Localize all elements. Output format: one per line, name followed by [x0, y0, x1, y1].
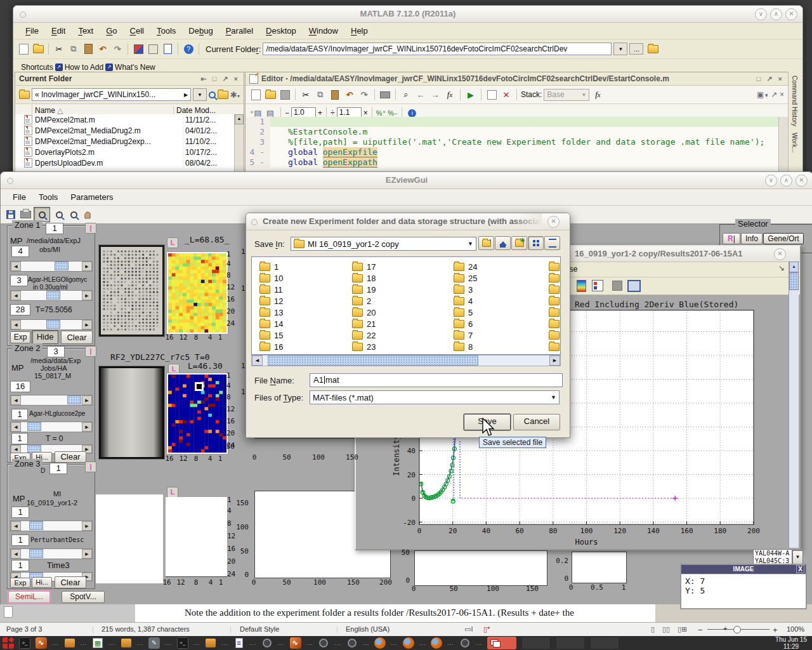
zone2-slider2[interactable]: ◀▶ [10, 421, 93, 432]
cancel-button[interactable]: Cancel [513, 414, 560, 430]
folder-item[interactable]: 20 [352, 307, 376, 318]
dialog-close-button[interactable]: ✕ [547, 216, 560, 228]
zone1-plate-image[interactable] [99, 245, 164, 336]
folder-item[interactable]: 8 [454, 341, 477, 352]
tab-workspace[interactable]: Work... [791, 133, 798, 152]
status-page[interactable]: Page 3 of 3 [6, 625, 42, 633]
taskbar-red-grid-icon[interactable] [3, 637, 14, 649]
folder-item[interactable]: 21 [352, 318, 376, 329]
selector-gene-ort-button[interactable]: Gene/Ort [763, 233, 804, 244]
zone2-field2[interactable]: 1 [11, 409, 28, 420]
taskbar-firefox-icon[interactable] [431, 637, 442, 649]
zone3-field1[interactable]: 1 [11, 507, 29, 518]
view-single-page-icon[interactable]: ▯ [651, 625, 655, 633]
ezview-titlebar[interactable]: EZviewGui ∨ ∧ ✕ [1, 172, 812, 189]
editor-copy-icon[interactable]: ⧉ [314, 88, 327, 101]
folder-item-clipped[interactable] [549, 318, 560, 329]
folder-item[interactable]: 18 [352, 272, 376, 284]
folder-item-clipped[interactable] [549, 272, 560, 284]
address-dropdown-icon[interactable]: ▼ [193, 88, 207, 101]
zone1-index-field[interactable]: 1 [46, 223, 63, 234]
results-dock-icon[interactable]: ↘ [778, 263, 785, 272]
folder-item[interactable]: 12 [259, 295, 283, 307]
folder-item[interactable]: 23 [352, 341, 376, 352]
editor-scrollbar[interactable] [778, 117, 788, 171]
tab-command-history[interactable]: Command History [791, 76, 798, 126]
popout-icon[interactable]: ↗ [222, 75, 230, 83]
editor-undock-icon[interactable]: □ [757, 75, 763, 83]
up-one-level-button[interactable]: ↑ [478, 236, 494, 250]
menu-item-text[interactable]: Text [72, 25, 99, 37]
file-row[interactable]: DoverlayPlots2.m10/17/2... [15, 147, 235, 157]
zone3-slider1[interactable]: ◀▶ [10, 521, 93, 531]
zoom-out-icon[interactable]: − [67, 208, 79, 221]
menu-item-cell[interactable]: Cell [124, 25, 150, 37]
heatmap3-l-button[interactable]: L [167, 487, 178, 498]
editor-new-icon[interactable] [249, 88, 262, 101]
editor-header[interactable]: Editor - /media/data/EASY/InovImager_jwr… [246, 72, 788, 86]
shortcut-how-to-add[interactable]: How to Add [65, 63, 103, 72]
folder-item[interactable]: 17 [352, 261, 376, 272]
file-name-input[interactable]: A1mat [310, 373, 563, 387]
selector-r-button[interactable]: R| [723, 233, 740, 244]
zone3-plate-image[interactable] [96, 494, 163, 583]
cell-insert-icon[interactable] [485, 88, 498, 101]
zone1-slider3[interactable]: ◀▶ [10, 319, 93, 330]
taskbar-terminal-icon[interactable]: >_ [177, 637, 188, 649]
hold-icon[interactable] [612, 281, 622, 291]
zoom-in-control[interactable]: + [773, 625, 778, 635]
semilog-button[interactable]: SemiL... [8, 591, 50, 603]
menu-item-parallel[interactable]: Parallel [220, 25, 259, 37]
folder-scrollbar[interactable]: ▲ [234, 114, 244, 171]
folder-item[interactable]: 4 [454, 295, 477, 307]
scroll-up-icon[interactable]: ▲ [235, 114, 244, 124]
actions-gear-icon[interactable]: ✱▾ [230, 90, 240, 100]
zone3-link-button[interactable]: | [85, 461, 96, 472]
divide-button[interactable]: ÷ [331, 109, 335, 117]
open-file-icon[interactable] [32, 43, 44, 55]
taskbar-circle-icon[interactable] [346, 637, 358, 649]
zone3-field3[interactable]: 1 [11, 560, 29, 571]
dialog-hscrollbar[interactable]: ◀ ▶ [251, 355, 561, 366]
folder-item[interactable]: 19 [352, 284, 376, 295]
heatmap1[interactable] [167, 252, 228, 334]
menu-item-go[interactable]: Go [100, 25, 122, 37]
menu-item-edit[interactable]: Edit [46, 25, 71, 37]
colormap-icon[interactable] [577, 280, 586, 292]
menu-item-parameters[interactable]: Parameters [65, 191, 119, 203]
zone1-field3[interactable]: 28 [10, 304, 30, 315]
comment-pct-minus-icon[interactable]: %₋ [388, 109, 398, 117]
dialog-titlebar[interactable]: Create new Experiment folder and data st… [246, 213, 570, 230]
decrease-button[interactable]: − [285, 109, 289, 117]
status-language[interactable]: English (USA) [346, 625, 390, 633]
name-column-header[interactable]: Name △ [32, 106, 63, 115]
times-button[interactable]: × [363, 109, 368, 117]
up-one-level-icon[interactable] [218, 91, 228, 99]
taskbar-circle-icon[interactable] [318, 637, 329, 649]
folder-item[interactable]: 13 [259, 307, 283, 318]
zone3-clear-button[interactable]: Clear [55, 576, 86, 588]
gene-list-dropdown-icon[interactable]: ▼ [792, 550, 803, 564]
redo-icon[interactable]: ↷ [111, 43, 124, 55]
plot-bottom-left[interactable] [414, 550, 547, 586]
taskbar-firefox-icon[interactable] [403, 637, 414, 649]
minimize-button[interactable]: ∨ [765, 175, 777, 187]
taskbar-active-icon[interactable] [487, 637, 516, 649]
minimize-button[interactable]: ∨ [755, 8, 767, 20]
taskbar-slot-icon[interactable] [590, 637, 619, 649]
menu-item-desktop[interactable]: Desktop [260, 25, 302, 37]
zoom-percent[interactable]: 100% [787, 625, 804, 633]
code-line[interactable]: 3%[file,path] = uiputfile('.mat','Create… [246, 137, 779, 147]
comment-pct-plus-icon[interactable]: %⁺ [376, 109, 386, 117]
folder-item[interactable]: 15 [259, 329, 283, 341]
image-window-titlebar[interactable]: IMAGE X [681, 565, 806, 574]
back-icon[interactable]: ← [414, 88, 427, 101]
folder-item-clipped[interactable] [549, 261, 560, 272]
folder-item-clipped[interactable] [549, 341, 560, 352]
zone3-exp-button[interactable]: Exp [10, 578, 30, 588]
taskbar-circle-icon[interactable] [261, 637, 273, 649]
dialog-folder-list[interactable]: 1101112131415161718192202122232425345678 [251, 256, 561, 355]
status-words[interactable]: 215 words, 1,387 characters [102, 625, 190, 633]
editor-paste-icon[interactable] [329, 88, 341, 101]
heatmap2-selected-cell[interactable] [195, 382, 204, 391]
